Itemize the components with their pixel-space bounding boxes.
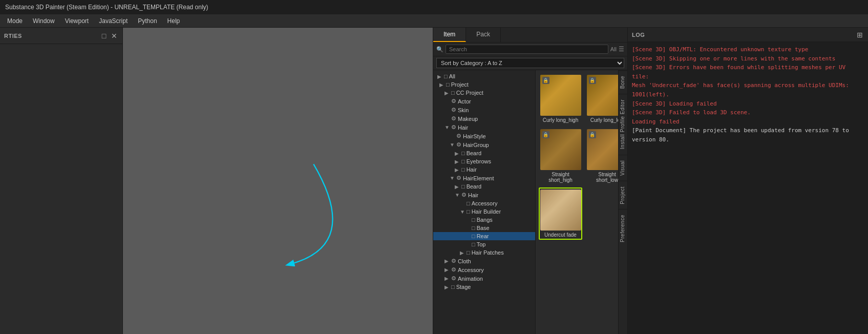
tree-arrow: ▶ — [437, 74, 442, 79]
folder-icon: □ — [472, 233, 475, 239]
left-panel: RTIES □ ✕ — [0, 28, 123, 334]
tree-label: Hair Patches — [472, 249, 504, 256]
folder-icon: □ — [446, 81, 450, 88]
tree-animation[interactable]: ▶ ⚙ Animation — [433, 274, 535, 283]
tree-project[interactable]: ▶ □ Project — [433, 80, 535, 89]
log-line: [Scene 3D] OBJ/MTL: Encountered unknown … — [632, 45, 864, 54]
tree-label: HairStyle — [463, 133, 486, 139]
grid-row-3: Undercut fade — [539, 187, 615, 240]
tree-label: Rear — [477, 233, 489, 239]
search-input[interactable] — [446, 45, 608, 54]
tree-label: Hair — [458, 124, 468, 131]
tree-label: Base — [477, 225, 490, 231]
side-tab-profile-editor[interactable]: Install Profile Editor — [619, 94, 627, 154]
grid-label: Straight short_low — [587, 172, 618, 183]
menu-mode[interactable]: Mode — [3, 16, 27, 26]
tree-cloth[interactable]: ▶ ⚙ Cloth — [433, 257, 535, 265]
asset-sort-bar: Sort by Category : A to Z — [433, 56, 627, 70]
tree-top[interactable]: □ Top — [433, 240, 535, 248]
tree-hair-element-sub[interactable]: ▼ ⚙ Hair — [433, 191, 535, 199]
expand-icon[interactable]: ⊞ — [856, 31, 864, 39]
close-button[interactable]: ✕ — [110, 32, 118, 40]
tree-hair-builder[interactable]: ▼ □ Hair Builder — [433, 207, 535, 216]
mesh-icon: ⚙ — [456, 141, 461, 148]
mesh-icon: ⚙ — [451, 258, 456, 264]
tree-label: CC Project — [456, 90, 483, 96]
tree-all[interactable]: ▶ □ All — [433, 72, 535, 80]
tree-cc-project[interactable]: ▶ □ CC Project — [433, 89, 535, 97]
tree-arrow: ▶ — [460, 250, 465, 256]
folder-icon: □ — [451, 284, 455, 290]
grid-item-curly-high[interactable]: 🔒 Curly long_high — [539, 73, 582, 124]
tree-label: Makeup — [458, 116, 478, 122]
folder-icon: □ — [461, 150, 465, 156]
tree-arrow: ▼ — [455, 192, 460, 198]
tab-pack[interactable]: Pack — [466, 28, 501, 42]
grid-item-straight-low[interactable]: 🔒 Straight short_low — [585, 128, 618, 184]
tree-actor[interactable]: ⚙ Actor — [433, 97, 535, 106]
tree-hair-sub[interactable]: ▶ □ Hair — [433, 165, 535, 174]
tab-item[interactable]: Item — [433, 28, 466, 42]
tree-arrow: ▶ — [455, 151, 460, 156]
grid-item-straight-high[interactable]: 🔒 Straight short_high — [539, 128, 582, 184]
grid-label: Curly long_low — [590, 117, 618, 123]
side-tab-bone[interactable]: Bone — [619, 70, 627, 94]
tree-beard-2[interactable]: ▶ □ Beard — [433, 182, 535, 191]
log-line: [Scene 3D] Loading failed — [632, 99, 864, 109]
side-tab-preference[interactable]: Preference — [619, 209, 627, 247]
tree-label: Animation — [458, 276, 483, 282]
side-tab-project[interactable]: Project — [619, 181, 627, 210]
hair-image-curly-high: 🔒 — [540, 75, 581, 116]
tree-hair-patches[interactable]: ▶ □ Hair Patches — [433, 248, 535, 257]
grid-row-2: 🔒 Straight short_high 🔒 Straight short_l… — [539, 128, 615, 184]
mesh-icon: ⚙ — [456, 133, 461, 139]
tree-rear[interactable]: □ Rear — [433, 232, 535, 240]
grid-thumb-straight-low: 🔒 — [587, 129, 619, 170]
grid-label: Curly long_high — [543, 117, 579, 123]
tree-hair[interactable]: ▼ ⚙ Hair — [433, 123, 535, 132]
tree-label: Top — [477, 241, 486, 247]
side-tab-visual[interactable]: Visual — [619, 155, 627, 181]
tree-arrow: ▶ — [444, 276, 450, 281]
sort-select[interactable]: Sort by Category : A to Z — [436, 58, 624, 68]
log-line: Mesh 'Undercut_fade' has face(s) spannin… — [632, 81, 864, 99]
grid-label: Straight short_high — [540, 172, 581, 183]
grid-thumb-undercut — [540, 190, 581, 231]
tree-arrow: ▼ — [450, 175, 455, 181]
grid-thumb-curly-low: 🔒 — [587, 75, 619, 116]
tree-beard-1[interactable]: ▶ □ Beard — [433, 149, 535, 157]
tree-label: Beard — [467, 150, 481, 156]
menu-python[interactable]: Python — [134, 16, 161, 26]
tree-hairgroup[interactable]: ▼ ⚙ HairGroup — [433, 140, 535, 149]
menu-viewport[interactable]: Viewport — [61, 16, 93, 26]
menu-window[interactable]: Window — [29, 16, 59, 26]
tree-accessory-top[interactable]: ▶ ⚙ Accessory — [433, 265, 535, 274]
tree-stage[interactable]: ▶ □ Stage — [433, 283, 535, 291]
tree-base[interactable]: □ Base — [433, 224, 535, 232]
tree-hairelement[interactable]: ▼ ⚙ HairElement — [433, 174, 535, 182]
tree-bangs[interactable]: □ Bangs — [433, 216, 535, 224]
filter-icon[interactable]: ☰ — [619, 46, 624, 53]
log-title: LOG — [632, 32, 645, 38]
tree-makeup[interactable]: ⚙ Makeup — [433, 114, 535, 123]
grid-label: Undercut fade — [544, 232, 577, 238]
tree-skin[interactable]: ⚙ Skin — [433, 106, 535, 114]
folder-icon: □ — [467, 208, 470, 215]
tree-label: Bangs — [477, 217, 493, 223]
mesh-icon: ⚙ — [451, 98, 456, 105]
lock-icon: 🔒 — [542, 131, 549, 138]
grid-item-curly-low[interactable]: 🔒 Curly long_low — [585, 73, 618, 124]
left-panel-header: RTIES □ ✕ — [0, 28, 122, 44]
tree-label: All — [449, 73, 455, 79]
tree-hairstyle[interactable]: ⚙ HairStyle — [433, 132, 535, 140]
tree-eyebrows[interactable]: ▶ □ Eyebrows — [433, 157, 535, 165]
mesh-icon: ⚙ — [461, 192, 467, 198]
mesh-icon: ⚙ — [456, 175, 461, 181]
folder-icon: □ — [472, 241, 475, 247]
menu-javascript[interactable]: JavaScript — [95, 16, 132, 26]
minimize-button[interactable]: □ — [100, 32, 108, 40]
tree-accessory[interactable]: □ Accessory — [433, 199, 535, 207]
menu-help[interactable]: Help — [163, 16, 184, 26]
grid-item-undercut[interactable]: Undercut fade — [539, 187, 582, 240]
search-icon: 🔍 — [436, 46, 443, 53]
